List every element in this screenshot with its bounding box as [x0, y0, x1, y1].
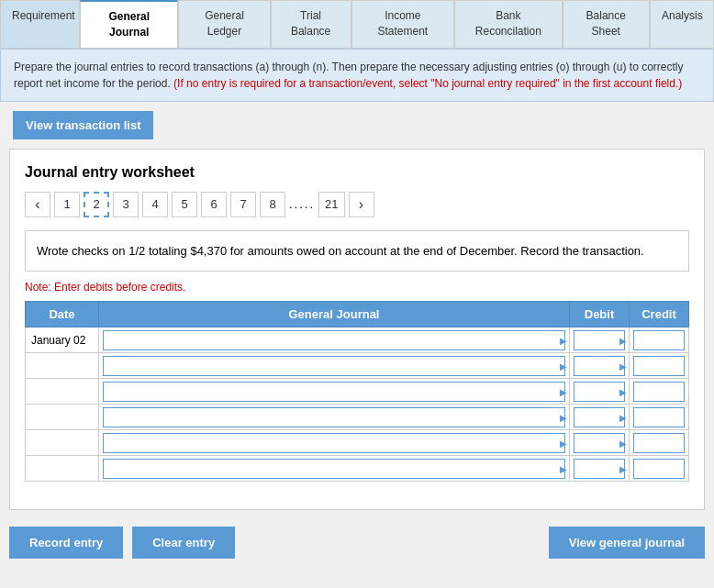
debit-arrow-4: ▶ [619, 438, 627, 448]
table-row: ▶▶ [26, 430, 689, 456]
tab-trial-balance[interactable]: Trial Balance [271, 0, 351, 48]
table-row: ▶▶ [26, 379, 689, 405]
debit-input-1[interactable] [574, 356, 625, 376]
date-cell-5 [26, 456, 99, 482]
tab-bar: Requirement General Journal General Ledg… [0, 0, 714, 49]
table-row: January 02▶▶ [26, 327, 689, 353]
journal-input-3[interactable] [103, 407, 565, 427]
debit-cell-0: ▶ [570, 327, 630, 353]
journal-cell-5: ▶ [99, 456, 570, 482]
journal-input-5[interactable] [103, 459, 565, 479]
page-3-button[interactable]: 3 [113, 192, 139, 217]
debit-cell-1: ▶ [570, 353, 630, 379]
debit-cell-5: ▶ [570, 456, 630, 482]
date-cell-3 [26, 405, 99, 430]
credit-input-1[interactable] [633, 356, 685, 376]
debit-input-5[interactable] [574, 459, 625, 479]
journal-cell-0: ▶ [99, 327, 570, 353]
credit-cell-4 [630, 430, 689, 456]
page-next-button[interactable]: › [349, 192, 374, 217]
info-banner: Prepare the journal entries to record tr… [0, 49, 714, 102]
page-5-button[interactable]: 5 [172, 192, 197, 217]
record-entry-button[interactable]: Record entry [9, 527, 123, 559]
credit-input-3[interactable] [633, 407, 685, 427]
journal-arrow-5: ▶ [560, 463, 567, 473]
banner-red-text: (If no entry is required for a transacti… [173, 77, 682, 90]
description-box: Wrote checks on 1/2 totaling $4,370 for … [25, 230, 689, 272]
tab-balance-sheet[interactable]: Balance Sheet [563, 0, 650, 48]
journal-arrow-2: ▶ [560, 386, 567, 396]
debit-cell-2: ▶ [570, 379, 630, 405]
debit-arrow-3: ▶ [619, 412, 627, 422]
journal-arrow-0: ▶ [560, 335, 567, 345]
debit-arrow-2: ▶ [619, 386, 627, 396]
col-credit: Credit [630, 302, 689, 327]
debit-arrow-5: ▶ [619, 463, 627, 473]
debit-input-4[interactable] [574, 433, 625, 453]
page-prev-button[interactable]: ‹ [25, 192, 50, 217]
journal-input-1[interactable] [103, 356, 565, 376]
journal-cell-2: ▶ [99, 379, 570, 405]
table-row: ▶▶ [26, 405, 689, 430]
debit-arrow-0: ▶ [619, 335, 627, 345]
date-cell-0: January 02 [26, 327, 99, 353]
credit-cell-1 [630, 353, 689, 379]
page-21-button[interactable]: 21 [318, 192, 344, 217]
col-general-journal: General Journal [99, 302, 570, 327]
page-8-button[interactable]: 8 [260, 192, 285, 217]
worksheet-container: Journal entry worksheet ‹ 1 2 3 4 5 6 7 … [9, 149, 705, 511]
col-debit: Debit [570, 302, 630, 327]
debit-input-2[interactable] [574, 382, 625, 402]
journal-input-4[interactable] [103, 433, 565, 453]
debit-cell-3: ▶ [570, 405, 630, 430]
credit-cell-5 [630, 456, 689, 482]
col-date: Date [26, 302, 99, 327]
journal-arrow-3: ▶ [560, 412, 567, 422]
page-1-button[interactable]: 1 [54, 192, 80, 217]
journal-arrow-4: ▶ [560, 438, 567, 448]
credit-cell-0 [630, 327, 689, 353]
page-4-button[interactable]: 4 [142, 192, 168, 217]
page-6-button[interactable]: 6 [201, 192, 227, 217]
worksheet-title: Journal entry worksheet [25, 164, 689, 181]
tab-income-statement[interactable]: Income Statement [351, 0, 455, 48]
debit-cell-4: ▶ [570, 430, 630, 456]
tab-bank-reconcilation[interactable]: Bank Reconcilation [454, 0, 562, 48]
tab-general-ledger[interactable]: General Ledger [178, 0, 270, 48]
tab-requirement[interactable]: Requirement [0, 0, 80, 48]
page-7-button[interactable]: 7 [230, 192, 256, 217]
tab-analysis[interactable]: Analysis [650, 0, 714, 48]
view-general-journal-button[interactable]: View general journal [549, 527, 705, 559]
page-dots: ..... [289, 197, 315, 211]
journal-input-2[interactable] [103, 382, 565, 402]
journal-input-0[interactable] [103, 330, 565, 350]
journal-cell-3: ▶ [99, 405, 570, 430]
credit-cell-2 [630, 379, 689, 405]
journal-table: Date General Journal Debit Credit Januar… [25, 301, 689, 482]
date-cell-4 [26, 430, 99, 456]
table-row: ▶▶ [26, 353, 689, 379]
credit-input-5[interactable] [633, 459, 685, 479]
credit-input-0[interactable] [633, 330, 685, 350]
debit-arrow-1: ▶ [619, 361, 627, 371]
tab-general-journal[interactable]: General Journal [80, 0, 178, 48]
debit-input-3[interactable] [574, 407, 625, 427]
date-cell-1 [26, 353, 99, 379]
debit-input-0[interactable] [574, 330, 625, 350]
pagination: ‹ 1 2 3 4 5 6 7 8 ..... 21 › [25, 192, 689, 217]
page-2-button[interactable]: 2 [84, 192, 109, 217]
journal-arrow-1: ▶ [560, 361, 567, 371]
table-row: ▶▶ [26, 456, 689, 482]
debit-credit-note: Note: Enter debits before credits. [25, 281, 689, 294]
journal-cell-4: ▶ [99, 430, 570, 456]
view-transaction-button[interactable]: View transaction list [13, 111, 153, 139]
credit-input-2[interactable] [633, 382, 685, 402]
date-cell-2 [26, 379, 99, 405]
bottom-buttons: Record entry Clear entry View general jo… [0, 519, 714, 566]
credit-input-4[interactable] [633, 433, 685, 453]
credit-cell-3 [630, 405, 689, 430]
journal-cell-1: ▶ [99, 353, 570, 379]
clear-entry-button[interactable]: Clear entry [132, 527, 235, 559]
